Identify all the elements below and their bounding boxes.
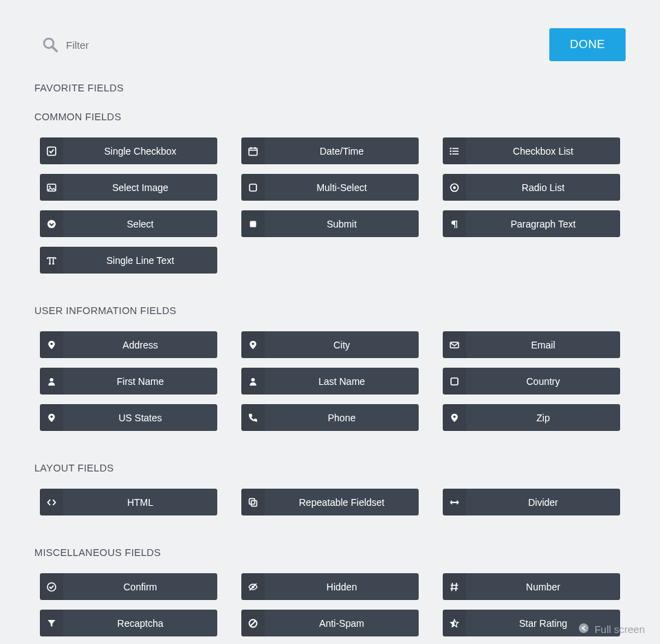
field-label: Zip (466, 404, 620, 431)
field-button[interactable]: Recaptcha (40, 610, 217, 636)
map-marker-icon (40, 331, 63, 358)
list-icon (443, 137, 466, 164)
text-icon (40, 247, 63, 274)
full-screen-label: Full screen (595, 623, 645, 635)
field-button[interactable]: Address (40, 331, 217, 358)
field-label: Recaptcha (63, 610, 217, 636)
search-icon (43, 37, 58, 52)
field-button[interactable]: US States (40, 404, 217, 431)
hr-icon (443, 489, 466, 515)
hash-icon (443, 573, 466, 600)
map-marker-icon (241, 331, 265, 358)
field-button[interactable]: Hidden (241, 573, 419, 600)
field-button[interactable]: Checkbox List (443, 137, 620, 164)
field-label: Phone (265, 404, 419, 431)
ban-icon (241, 610, 265, 636)
done-button[interactable]: DONE (549, 28, 626, 61)
star-half-icon (443, 610, 466, 636)
field-label: Last Name (265, 368, 419, 395)
pilcrow-icon (443, 210, 466, 237)
field-label: City (265, 331, 419, 358)
copy-icon (241, 489, 265, 515)
field-button[interactable]: HTML (40, 489, 217, 515)
field-label: First Name (63, 368, 217, 395)
field-button[interactable]: First Name (40, 368, 217, 395)
field-button[interactable]: Email (443, 331, 620, 358)
filter-input[interactable] (66, 39, 355, 51)
field-label: Email (466, 331, 620, 358)
section-heading-favorite: FAVORITE FIELDS (34, 82, 626, 93)
field-button[interactable]: City (241, 331, 419, 358)
field-label: Radio List (466, 174, 620, 201)
field-grid-misc: ConfirmHiddenNumberRecaptchaAnti-SpamSta… (34, 573, 626, 636)
field-button[interactable]: Date/Time (241, 137, 419, 164)
envelope-icon (443, 331, 466, 358)
field-button[interactable]: Single Checkbox (40, 137, 217, 164)
collapse-icon (578, 623, 589, 636)
check-square-icon (40, 137, 63, 164)
field-grid-common: Single CheckboxDate/TimeCheckbox ListSel… (34, 137, 626, 274)
field-button[interactable]: Single Line Text (40, 247, 217, 274)
section-heading-common: COMMON FIELDS (34, 111, 626, 122)
field-button[interactable]: Number (443, 573, 620, 600)
field-label: Repeatable Fieldset (265, 489, 419, 515)
user-icon (241, 368, 265, 395)
field-label: Confirm (63, 573, 217, 600)
field-button[interactable]: Paragraph Text (443, 210, 620, 237)
field-label: HTML (63, 489, 217, 515)
phone-icon (241, 404, 265, 431)
map-marker-icon (443, 404, 466, 431)
field-label: Anti-Spam (265, 610, 419, 636)
field-label: Paragraph Text (466, 210, 620, 237)
field-button[interactable]: Select Image (40, 174, 217, 201)
field-button[interactable]: Zip (443, 404, 620, 431)
calendar-icon (241, 137, 265, 164)
section-heading-layout: LAYOUT FIELDS (34, 463, 626, 474)
field-label: Divider (466, 489, 620, 515)
square-filled-icon (241, 210, 265, 237)
field-button[interactable]: Multi-Select (241, 174, 419, 201)
field-label: Submit (265, 210, 419, 237)
field-button[interactable]: Radio List (443, 174, 620, 201)
field-button[interactable]: Confirm (40, 573, 217, 600)
field-label: Checkbox List (466, 137, 620, 164)
field-grid-user: AddressCityEmailFirst NameLast NameCount… (34, 331, 626, 431)
dot-circle-icon (443, 174, 466, 201)
field-grid-layout: HTMLRepeatable FieldsetDivider (34, 489, 626, 515)
field-label: Hidden (265, 573, 419, 600)
code-icon (40, 489, 63, 515)
square-icon (241, 174, 265, 201)
map-marker-icon (40, 404, 63, 431)
field-label: Country (466, 368, 620, 395)
field-label: Select Image (63, 174, 217, 201)
image-icon (40, 174, 63, 201)
field-button[interactable]: Anti-Spam (241, 610, 419, 636)
field-button[interactable]: Country (443, 368, 620, 395)
field-label: Single Checkbox (63, 137, 217, 164)
field-label: Single Line Text (63, 247, 217, 274)
check-circle-icon (40, 573, 63, 600)
field-button[interactable]: Last Name (241, 368, 419, 395)
user-icon (40, 368, 63, 395)
field-label: Address (63, 331, 217, 358)
field-label: Number (466, 573, 620, 600)
field-label: Date/Time (265, 137, 419, 164)
field-button[interactable]: Select (40, 210, 217, 237)
filter-icon (40, 610, 63, 636)
field-label: Multi-Select (265, 174, 419, 201)
full-screen-toggle[interactable]: Full screen (578, 623, 645, 636)
field-button[interactable]: Phone (241, 404, 419, 431)
field-label: US States (63, 404, 217, 431)
field-button[interactable]: Divider (443, 489, 620, 515)
eye-slash-icon (241, 573, 265, 600)
section-heading-user: USER INFORMATION FIELDS (34, 305, 626, 316)
square-icon (443, 368, 466, 395)
field-button[interactable]: Repeatable Fieldset (241, 489, 419, 515)
chevron-down-icon (40, 210, 63, 237)
section-heading-misc: MISCELLANEOUS FIELDS (34, 547, 626, 558)
field-button[interactable]: Submit (241, 210, 419, 237)
field-label: Select (63, 210, 217, 237)
